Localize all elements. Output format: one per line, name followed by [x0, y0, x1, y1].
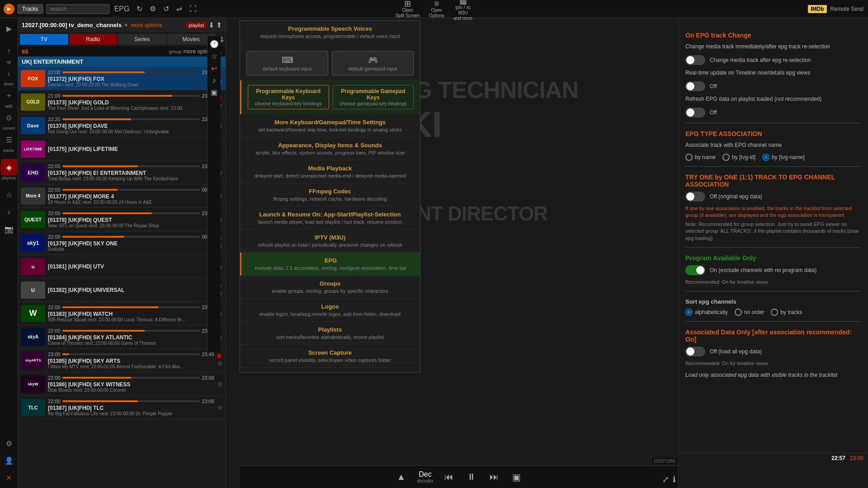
refresh-icon[interactable]: ↻ [134, 4, 145, 14]
channel-item-more4[interactable]: More 4 22:00 00:05 [01377] |UK|FHD| MORE… [18, 184, 226, 208]
settings-logos[interactable]: Logos enable logos, local/epg,remote log… [240, 299, 420, 322]
channel-item-universal[interactable]: U [01382] |UK|FHD| UNIVERSAL ☆ [18, 278, 226, 302]
transport-prev-icon[interactable]: ▲ [395, 469, 408, 484]
settings-media-playback[interactable]: Media Playback delayed start, detect une… [240, 160, 420, 183]
tracks-button[interactable]: Tracks [17, 4, 43, 14]
imdb-badge[interactable]: IMDb [808, 5, 826, 13]
sidebar-icon-down[interactable]: ↓ [1, 65, 17, 81]
toggle-one-by-one[interactable] [685, 192, 705, 202]
settings-icon[interactable]: ⚙ [147, 4, 158, 14]
channel-name-skyatlantic: [01384] |UK|FHD| SKY ATLANTIC [48, 334, 214, 341]
sidebar-icon-playlists[interactable]: ◈ [1, 159, 17, 175]
channel-item-tlc[interactable]: TLC 22:00 23:00 [01387] |UK|FHD| TLC My … [18, 396, 226, 419]
toggle-program-available[interactable] [685, 265, 705, 275]
side-active-icon[interactable]: ↩ [211, 64, 217, 73]
sort-down-icon[interactable]: ⬇ [208, 21, 214, 29]
side-star-icon[interactable]: ☆ [211, 52, 217, 61]
transport-skip-back-icon[interactable]: ⏮ [442, 469, 456, 484]
tab-tv[interactable]: TV [20, 34, 68, 45]
transport-skip-fwd-icon[interactable]: ⏭ [487, 469, 501, 484]
media-playback-desc: delayed start, detect unexpected media-e… [246, 173, 414, 178]
m3u-icon: ▦ [459, 0, 467, 5]
channel-item-eentertainment[interactable]: EHD 22:00 23:00 [01376] |UK|FHD| E! ENTE… [18, 161, 226, 184]
sidebar-icon-user[interactable]: 👤 [1, 452, 17, 469]
channel-item-gold[interactable]: GOLD 21:00 23:00 [01373] |UK|FHD| GOLD T… [18, 90, 226, 114]
settings-more-keyboard[interactable]: More Keyboard/Gamepad/Time Settings set … [240, 114, 420, 137]
expand-icon[interactable]: ⤢ [662, 474, 669, 484]
default-gamepad-btn[interactable]: 🎮 default gamepad input [332, 51, 414, 75]
channel-item-watch[interactable]: W 22:00 23:00 [01383] |UK|FHD| WATCH 999… [18, 302, 226, 325]
transport-play-pause-icon[interactable]: ⏸ [465, 469, 478, 484]
channel-item-skyarts[interactable]: skyARTS 23:00 23:45 [01385] |UK|FHD| SKY… [18, 349, 226, 372]
split-screen-btn[interactable]: ⊞ OpenSplit Screen [396, 0, 420, 19]
fav-star-skyarts[interactable]: ☆ [217, 360, 223, 367]
time-start-quest: 22:00 [48, 211, 61, 216]
channel-item-lifetime[interactable]: LIFETIME [01375] |UK|FHD| LIFETIME [18, 137, 226, 161]
epg-button[interactable]: EPG [112, 4, 132, 14]
fav-star-skywitness[interactable]: ☆ [217, 380, 223, 388]
tab-radio[interactable]: Radio [69, 34, 118, 45]
settings-playlists[interactable]: Playlists sort tracks/favorites alphabet… [240, 322, 420, 345]
options-btn[interactable]: ≡ OpenOptions [429, 0, 444, 19]
default-keyboard-btn[interactable]: ⌨ default keyboard input [246, 51, 328, 75]
search-input[interactable] [46, 4, 109, 14]
radio-by-tvg-name[interactable]: by [tvg-name] [762, 154, 805, 161]
remote-send-btn[interactable]: Remote Send [830, 6, 863, 12]
settings-epg[interactable]: EPG exclude data, 1:1 accosiation, sorti… [240, 253, 420, 276]
sort-up-icon[interactable]: ⬆ [216, 21, 222, 29]
radio-by-tvg-id[interactable]: by [tvg-id] [722, 154, 755, 161]
toggle-assoc-data[interactable] [685, 347, 705, 357]
settings-appearance[interactable]: Appearance, Display Items & Sounds acryl… [240, 137, 420, 160]
side-video-icon[interactable]: ▣ [211, 88, 217, 97]
settings-screen-capture[interactable]: Screen Capture record panel visibility, … [240, 345, 420, 368]
time-start-gold: 21:00 [48, 93, 61, 99]
radio-by-name[interactable]: by name [685, 154, 716, 161]
settings-groups[interactable]: Groups enable groups, sorting, groups by… [240, 276, 420, 299]
fullscreen-icon[interactable]: ⛶ [187, 4, 199, 14]
m3u-btn[interactable]: ▦ iptv / xcM3Uand more [453, 0, 472, 21]
sidebar-icon-up[interactable]: ↑ [1, 43, 17, 59]
sync-icon[interactable]: ↺ [161, 4, 171, 14]
channel-item-skyatlantic[interactable]: skyA 22:00 23:00 [01384] |UK|FHD| SKY AT… [18, 325, 226, 349]
app-logo[interactable]: ▶ [4, 4, 14, 14]
sidebar-icon-current[interactable]: ⊙ [1, 109, 17, 126]
transport-aspect-icon[interactable]: ▣ [510, 469, 523, 485]
channel-item-skywitness[interactable]: skyW 22:00 23:00 [01386] |UK|FHD| SKY WI… [18, 372, 226, 396]
sidebar-icon-camera[interactable]: 📷 [1, 221, 17, 237]
channel-list[interactable]: FOX 22:00 23:00 [01372] |UK|FHD| FOX Dam… [18, 67, 226, 488]
split-screen-label: OpenSplit Screen [396, 8, 420, 19]
programmable-keyboard-btn[interactable]: Programmable Keyboard Keys choose keyboa… [248, 85, 329, 109]
channel-item-utv[interactable]: u [01381] |UK|FHD| UTV ☆ [18, 255, 226, 278]
tab-series[interactable]: Series [118, 34, 166, 45]
channel-item-skyone[interactable]: sky1 22:00 00:30 [01379] |UK|FHD| SKY ON… [18, 231, 226, 255]
settings-speech-voices[interactable]: Programmable Speech Voices request micro… [240, 21, 420, 44]
fav-star-tlc[interactable]: ☆ [217, 404, 223, 411]
more-options-btn[interactable]: more options [131, 22, 162, 28]
settings-launch-resume[interactable]: Launch & Resume On: App-Start/Playlist-S… [240, 206, 420, 230]
radio-no-order[interactable]: no order [735, 309, 764, 316]
settings-iptv[interactable]: IPTV (M3U) refresh playlist on load / pe… [240, 230, 420, 253]
sidebar-icon-add[interactable]: ＋ [1, 87, 17, 103]
settings-app-lock[interactable]: Application Lock [240, 368, 420, 373]
sidebar-icon-music[interactable]: ♪ [1, 204, 17, 220]
shuffle-icon[interactable]: ⇌ [174, 4, 184, 14]
side-clock-icon[interactable]: 🕐 [210, 40, 219, 48]
sidebar-icon-tracks[interactable]: ☰ [1, 131, 17, 148]
sidebar-icon-close[interactable]: ✕ [1, 469, 17, 486]
side-music-icon[interactable]: ♪ [212, 76, 216, 84]
toggle-realtime[interactable] [685, 81, 705, 91]
toggle-refresh[interactable] [685, 108, 705, 117]
channel-item-fox[interactable]: FOX 22:00 23:00 [01372] |UK|FHD| FOX Dam… [18, 67, 226, 90]
sidebar-icon-settings[interactable]: ⚙ [1, 435, 17, 451]
channel-item-dave[interactable]: Dave 22:20 23:00 [01374] |UK|FHD| DAVE N… [18, 114, 226, 137]
sidebar-icon-play[interactable]: ▶ [1, 20, 17, 37]
info-icon[interactable]: ℹ [673, 474, 676, 484]
toggle-media-track[interactable] [685, 55, 705, 65]
radio-alphabetically[interactable]: alphabetically [685, 309, 728, 316]
settings-programmable-keys[interactable]: Programmable Keyboard Keys choose keyboa… [240, 80, 420, 114]
radio-by-tracks[interactable]: by tracks [771, 309, 802, 316]
channel-item-quest[interactable]: QUEST 22:00 23:00 [01378] |UK|FHD| QUEST… [18, 208, 226, 231]
programmable-gamepad-btn[interactable]: Programmable Gamepad Keys choose gamepad… [333, 85, 414, 109]
sidebar-icon-star[interactable]: ☆ [1, 187, 17, 203]
settings-ffmpeg[interactable]: FFmpeg Codec ffmpeg settings, network ca… [240, 183, 420, 206]
